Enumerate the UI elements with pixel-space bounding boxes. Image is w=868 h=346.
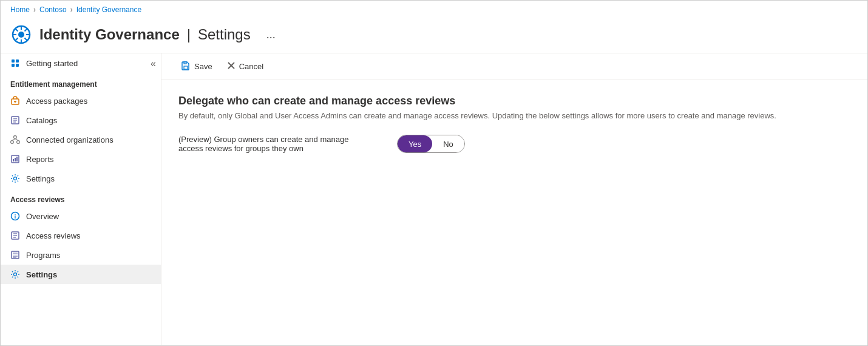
svg-rect-28 [15, 158, 16, 161]
svg-rect-43 [184, 62, 186, 64]
cancel-button[interactable]: Cancel [222, 59, 268, 74]
sidebar-item-access-packages[interactable]: Access packages [1, 91, 161, 110]
sidebar-item-access-reviews[interactable]: Access reviews [1, 226, 161, 245]
setting-label-group-owners: (Preview) Group owners can create and ma… [178, 135, 373, 153]
sidebar-item-getting-started[interactable]: Getting started [1, 53, 161, 73]
main-layout: « Getting started Entitlement management… [1, 53, 867, 345]
svg-point-30 [14, 177, 17, 180]
settings-ar-icon [10, 270, 20, 279]
svg-rect-13 [16, 64, 19, 67]
ellipsis-button[interactable]: ... [263, 27, 279, 42]
sidebar-access-packages-label: Access packages [26, 97, 87, 106]
access-packages-icon [10, 96, 20, 106]
settings-entitlement-icon [10, 174, 20, 183]
page-title: Identity Governance [39, 26, 180, 43]
toggle-yes[interactable]: Yes [398, 135, 432, 152]
sidebar-getting-started-label: Getting started [26, 59, 78, 68]
sidebar-connected-organizations-label: Connected organizations [26, 135, 114, 144]
svg-line-24 [12, 139, 15, 141]
save-button[interactable]: Save [176, 58, 217, 75]
page-subtitle: Settings [198, 26, 251, 43]
toolbar: Save Cancel [161, 53, 867, 80]
sidebar-access-reviews-label: Access reviews [26, 231, 81, 240]
toggle-switch-group-owners[interactable]: Yes No [397, 135, 465, 153]
save-icon [181, 61, 191, 72]
sidebar-item-settings-entitlement[interactable]: Settings [1, 169, 161, 188]
svg-rect-27 [13, 159, 14, 161]
sidebar-settings-entitlement-label: Settings [26, 174, 55, 183]
sidebar-settings-ar-label: Settings [26, 270, 57, 279]
delegate-title: Delegate who can create and manage acces… [178, 95, 850, 107]
sidebar-item-overview[interactable]: i Overview [1, 206, 161, 226]
svg-text:i: i [15, 214, 16, 220]
svg-point-1 [18, 32, 24, 38]
svg-line-7 [25, 38, 28, 41]
main-content: Save Cancel Delegate who can create and … [161, 53, 867, 345]
page-header: Identity Governance | Settings ... [1, 19, 867, 53]
toggle-no[interactable]: No [432, 135, 464, 152]
programs-icon [10, 250, 20, 260]
sidebar-overview-label: Overview [26, 212, 59, 221]
connected-organizations-icon [10, 135, 20, 144]
svg-point-21 [14, 136, 17, 139]
sidebar: « Getting started Entitlement management… [1, 53, 161, 345]
cancel-icon [227, 61, 236, 72]
delegate-desc: By default, only Global and User Access … [178, 111, 846, 120]
overview-icon: i [10, 211, 20, 221]
svg-line-9 [15, 38, 18, 41]
getting-started-icon [10, 58, 20, 68]
sidebar-item-reports[interactable]: Reports [1, 149, 161, 169]
sidebar-item-settings-ar[interactable]: Settings [1, 265, 161, 284]
breadcrumb-home[interactable]: Home [10, 5, 30, 14]
sidebar-section-access-reviews: Access reviews [1, 188, 161, 206]
sidebar-programs-label: Programs [26, 251, 60, 260]
setting-row-group-owners: (Preview) Group owners can create and ma… [178, 135, 850, 153]
svg-point-23 [17, 141, 20, 144]
svg-rect-42 [184, 66, 188, 69]
svg-rect-12 [12, 64, 15, 67]
svg-point-41 [14, 273, 17, 276]
header-divider: | [187, 26, 191, 43]
svg-point-22 [11, 141, 14, 144]
svg-line-25 [15, 139, 18, 141]
settings-panel: Delegate who can create and manage acces… [161, 80, 867, 177]
breadcrumb-contoso[interactable]: Contoso [39, 5, 67, 14]
sidebar-item-catalogs[interactable]: Catalogs [1, 110, 161, 130]
catalogs-icon [10, 115, 20, 125]
save-label: Save [194, 62, 212, 71]
svg-line-6 [15, 29, 18, 32]
svg-rect-11 [16, 59, 19, 63]
svg-rect-10 [12, 59, 15, 63]
identity-governance-icon [10, 24, 32, 46]
sidebar-collapse-button[interactable]: « [151, 58, 156, 69]
sidebar-item-programs[interactable]: Programs [1, 245, 161, 265]
svg-rect-38 [13, 253, 18, 254]
svg-line-8 [25, 29, 28, 32]
sidebar-item-connected-organizations[interactable]: Connected organizations [1, 130, 161, 149]
reports-icon [10, 154, 20, 164]
sidebar-section-entitlement: Entitlement management [1, 73, 161, 91]
sidebar-catalogs-label: Catalogs [26, 116, 57, 125]
breadcrumb: Home › Contoso › Identity Governance [1, 1, 867, 19]
cancel-label: Cancel [239, 62, 263, 71]
access-reviews-icon [10, 231, 20, 240]
breadcrumb-identity-governance[interactable]: Identity Governance [76, 5, 141, 14]
svg-rect-29 [16, 157, 18, 161]
sidebar-reports-label: Reports [26, 155, 54, 164]
